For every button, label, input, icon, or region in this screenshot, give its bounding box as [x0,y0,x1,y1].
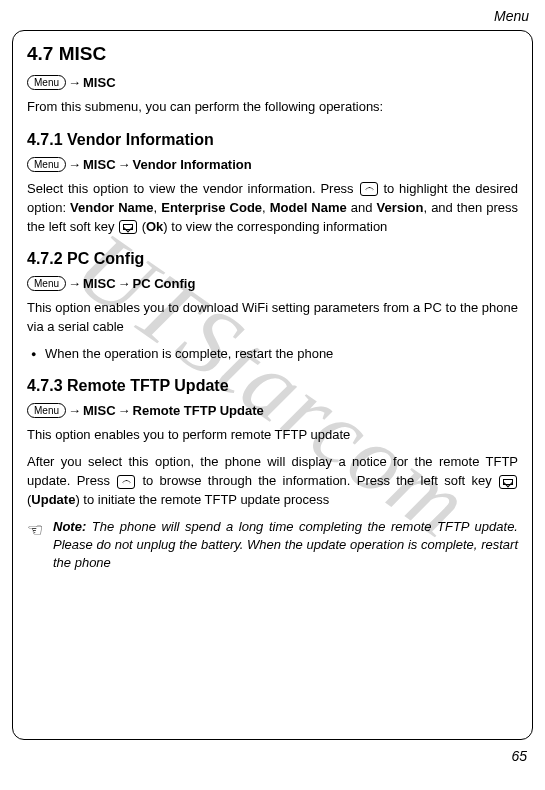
nav-path-pcconfig: Menu → MISC → PC Config [27,276,518,291]
nav-path-tftp: Menu → MISC → Remote TFTP Update [27,403,518,418]
softkey-icon [119,220,137,234]
note-label: Note: [53,519,86,534]
text-fragment: ( [138,219,146,234]
menu-button-icon: Menu [27,157,66,172]
section-intro: From this submenu, you can perform the f… [27,98,518,117]
menu-button-icon: Menu [27,276,66,291]
update-label: Update [31,492,75,507]
page-content-box: UTStarcom 4.7 MISC Menu → MISC From this… [12,30,533,740]
menu-button-icon: Menu [27,403,66,418]
hand-icon: ☜ [27,518,43,573]
text-fragment: ) to view the corresponding information [163,219,387,234]
nav-label: Remote TFTP Update [133,403,264,418]
menu-button-icon: Menu [27,75,66,90]
note-body: The phone will spend a long time complet… [53,519,518,570]
subsection-title-tftp: 4.7.3 Remote TFTP Update [27,377,518,395]
note-text: Note: The phone will spend a long time c… [53,518,518,573]
text-fragment: , [262,200,270,215]
arrow-icon: → [118,157,131,172]
nav-path-vendor: Menu → MISC → Vendor Information [27,157,518,172]
note-block: ☜ Note: The phone will spend a long time… [27,518,518,573]
arrow-icon: → [68,403,81,418]
wifi-key-icon [117,475,135,489]
subsection-title-pcconfig: 4.7.2 PC Config [27,250,518,268]
pcconfig-paragraph: This option enables you to download WiFi… [27,299,518,337]
wifi-key-icon [360,182,378,196]
nav-label: Vendor Information [133,157,252,172]
arrow-icon: → [118,403,131,418]
nav-label: PC Config [133,276,196,291]
tftp-paragraph-1: This option enables you to perform remot… [27,426,518,445]
option-vendor-name: Vendor Name [70,200,154,215]
nav-path-misc: Menu → MISC [27,75,518,90]
nav-label: MISC [83,403,116,418]
vendor-paragraph: Select this option to view the vendor in… [27,180,518,237]
list-item: When the operation is complete, restart … [31,345,518,363]
option-model-name: Model Name [270,200,347,215]
arrow-icon: → [68,75,81,90]
nav-label: MISC [83,157,116,172]
text-fragment: ) to initiate the remote TFTP update pro… [75,492,329,507]
subsection-title-vendor: 4.7.1 Vendor Information [27,131,518,149]
tftp-paragraph-2: After you select this option, the phone … [27,453,518,510]
nav-label: MISC [83,75,116,90]
bullet-list: When the operation is complete, restart … [27,345,518,363]
arrow-icon: → [68,157,81,172]
text-fragment: Select this option to view the vendor in… [27,181,359,196]
text-fragment: and [347,200,377,215]
section-title: 4.7 MISC [27,43,518,65]
ok-label: Ok [146,219,163,234]
arrow-icon: → [68,276,81,291]
option-enterprise-code: Enterprise Code [161,200,262,215]
text-fragment: to browse through the information. Press… [136,473,498,488]
option-version: Version [377,200,424,215]
page-number: 65 [12,748,533,764]
page-header-category: Menu [12,8,533,24]
softkey-icon [499,475,517,489]
arrow-icon: → [118,276,131,291]
nav-label: MISC [83,276,116,291]
